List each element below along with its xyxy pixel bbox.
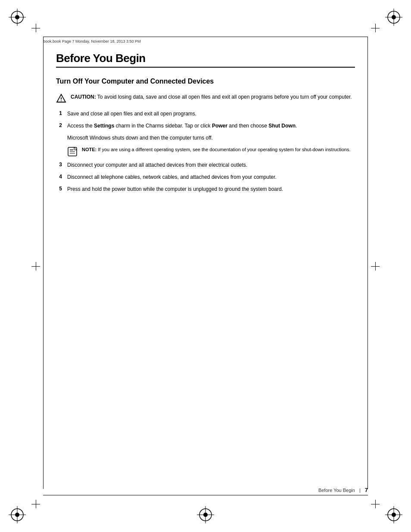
note-icon (67, 146, 78, 157)
header-bar: book.book Page 7 Monday, November 18, 20… (43, 37, 368, 45)
caution-text: CAUTION: To avoid losing data, save and … (71, 93, 352, 101)
step-2-sub-content: Microsoft Windows shuts down and then th… (67, 134, 355, 157)
step-1-number: 1 (56, 110, 62, 116)
step-5: 5 Press and hold the power button while … (56, 185, 355, 193)
step-4: 4 Disconnect all telephone cables, netwo… (56, 173, 355, 181)
step-5-text: Press and hold the power button while th… (67, 185, 355, 193)
svg-point-22 (61, 100, 62, 101)
footer-page-number: 7 (365, 487, 368, 493)
step-2-text: Access the Settings charm in the Charms … (67, 122, 355, 130)
right-border (367, 37, 368, 489)
note-text: NOTE: If you are using a different opera… (82, 146, 350, 153)
caution-icon (56, 93, 66, 104)
reg-mark-br (385, 506, 402, 523)
reg-mark-bl (9, 506, 26, 523)
caution-label: CAUTION: (71, 94, 96, 100)
crosshair-tr (371, 24, 380, 32)
step-1: 1 Save and close all open files and exit… (56, 110, 355, 118)
reg-mark-tr (385, 9, 402, 26)
note-body: If you are using a different operating s… (97, 147, 350, 152)
steps-list-cont: 3 Disconnect your computer and all attac… (56, 161, 355, 193)
step-2-number: 2 (56, 122, 62, 128)
page: book.book Page 7 Monday, November 18, 20… (0, 0, 411, 532)
main-content: Before You Begin Turn Off Your Computer … (56, 52, 355, 197)
step-3-text: Disconnect your computer and all attache… (67, 161, 355, 169)
step-3-number: 3 (56, 162, 62, 168)
reg-mark-bc (197, 506, 214, 523)
step-3: 3 Disconnect your computer and all attac… (56, 161, 355, 169)
step-4-number: 4 (56, 174, 62, 180)
note-label: NOTE: (82, 147, 97, 152)
chapter-title: Before You Begin (56, 52, 355, 65)
step-2: 2 Access the Settings charm in the Charm… (56, 122, 355, 130)
footer: Before You Begin | 7 (43, 487, 368, 495)
step-4-text: Disconnect all telephone cables, network… (67, 173, 355, 181)
section-heading: Turn Off Your Computer and Connected Dev… (56, 77, 355, 86)
reg-mark-tl (9, 9, 26, 26)
crosshair-br (371, 500, 380, 508)
caution-box: CAUTION: To avoid losing data, save and … (56, 93, 355, 104)
step-5-number: 5 (56, 186, 62, 192)
note-box: NOTE: If you are using a different opera… (67, 146, 355, 157)
caution-body: To avoid losing data, save and close all… (96, 94, 352, 100)
steps-list: 1 Save and close all open files and exit… (56, 110, 355, 130)
step-2-sub-text: Microsoft Windows shuts down and then th… (67, 134, 355, 142)
footer-section-label: Before You Begin (318, 488, 355, 493)
crosshair-rc (371, 262, 380, 271)
crosshair-tl (31, 24, 40, 32)
footer-divider: | (359, 488, 361, 493)
crosshair-lc (31, 262, 40, 271)
crosshair-bl (31, 500, 40, 508)
left-border (43, 37, 44, 489)
title-rule (56, 67, 355, 68)
header-book-info: book.book Page 7 Monday, November 18, 20… (43, 39, 140, 44)
step-1-text: Save and close all open files and exit a… (67, 110, 355, 118)
